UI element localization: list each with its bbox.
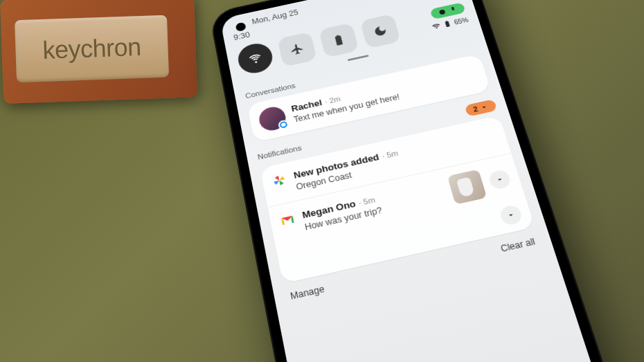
chevron-down-icon <box>478 102 490 112</box>
svg-point-0 <box>439 9 446 15</box>
dnd-toggle[interactable] <box>360 14 401 49</box>
battery-saver-toggle[interactable] <box>319 23 359 58</box>
notification-thumbnail <box>447 170 487 205</box>
notification-time: 5m <box>362 195 375 206</box>
clear-all-button[interactable]: Clear all <box>499 237 536 254</box>
phone-screen: Mon, Aug 25 9:30 <box>220 0 634 362</box>
notifications-section-label: Notifications <box>257 144 303 161</box>
manage-button[interactable]: Manage <box>289 284 325 302</box>
battery-icon <box>330 33 347 47</box>
battery-percent-text: 65% <box>454 16 469 26</box>
gmail-app-icon <box>278 212 296 229</box>
chevron-down-icon <box>494 174 506 185</box>
moon-icon <box>372 24 389 38</box>
messenger-icon <box>280 122 287 128</box>
keychron-box: keychron <box>0 0 197 104</box>
keychron-logo-plate: keychron <box>15 15 169 83</box>
expand-button[interactable] <box>488 169 512 191</box>
conversation-time: 2m <box>328 95 341 105</box>
chevron-down-icon <box>505 210 517 220</box>
notification-count-badge[interactable]: 2 <box>464 99 497 117</box>
messenger-app-badge <box>278 119 289 130</box>
wifi-toggle[interactable] <box>235 41 275 76</box>
airplane-mode-toggle[interactable] <box>277 32 317 67</box>
expand-button[interactable] <box>499 204 524 227</box>
status-bar-right: 65% <box>427 2 469 30</box>
airplane-icon <box>289 42 305 56</box>
notification-count-text: 2 <box>472 105 479 113</box>
keychron-logo-text: keychron <box>42 33 141 65</box>
phone-frame: Mon, Aug 25 9:30 <box>211 0 644 362</box>
quick-settings-drag-handle[interactable] <box>348 55 369 61</box>
camera-indicator-icon <box>437 8 447 16</box>
notifications-card: New photos added · 5m Oregon Coast Megan… <box>260 116 535 284</box>
wifi-icon <box>247 51 264 66</box>
mic-indicator-icon <box>448 6 458 14</box>
battery-status-icon <box>442 19 453 28</box>
photos-app-icon <box>271 172 288 189</box>
notification-time: 5m <box>386 149 399 159</box>
camera-punch-hole <box>235 22 247 33</box>
avatar <box>257 105 287 133</box>
wifi-status-icon <box>431 22 442 31</box>
